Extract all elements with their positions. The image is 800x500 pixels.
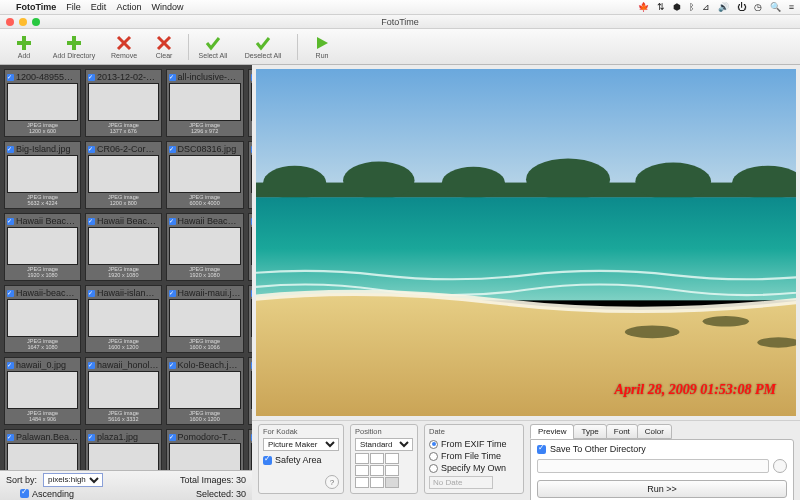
thumb-checkbox[interactable] <box>88 74 95 81</box>
thumbnail[interactable]: Kolo-Beach.j…JPEG image1600 x 1200 <box>166 357 244 425</box>
thumb-checkbox[interactable] <box>251 74 252 81</box>
thumb-filename: 2013-12-02-… <box>97 72 155 82</box>
arrows-icon[interactable]: ⇅ <box>657 2 665 12</box>
thumbnail[interactable]: Hawaii Beac…JPEG image1920 x 1080 <box>85 213 162 281</box>
clear-icon <box>156 35 172 51</box>
thumbnail[interactable]: Hawaii-beac…JPEG image1647 x 1080 <box>4 285 81 353</box>
position-label: Position <box>355 427 413 436</box>
thumbnail[interactable]: DSC08316.jpgJPEG image6000 x 4000 <box>166 141 244 209</box>
thumb-checkbox[interactable] <box>7 362 14 369</box>
close-window-button[interactable] <box>6 18 14 26</box>
thumb-checkbox[interactable] <box>7 74 14 81</box>
save-other-checkbox[interactable]: ✓ <box>537 445 546 454</box>
add-directory-button[interactable]: Add Directory <box>46 30 102 64</box>
shield-icon[interactable]: ⬢ <box>673 2 681 12</box>
add-button[interactable]: Add <box>6 30 42 64</box>
thumbnail[interactable]: all-inclusive-…JPEG image1296 x 972 <box>166 69 244 137</box>
svg-point-15 <box>526 158 610 200</box>
volume-icon[interactable]: 🔊 <box>718 2 729 12</box>
picture-maker-select[interactable]: Picture Maker <box>263 438 339 451</box>
thumb-checkbox[interactable] <box>169 146 176 153</box>
flag-icon[interactable]: 🍁 <box>638 2 649 12</box>
position-select[interactable]: Standard <box>355 438 413 451</box>
thumbnail[interactable]: 2013-12-02-…JPEG image1377 x 676 <box>85 69 162 137</box>
thumb-image <box>7 299 78 337</box>
thumb-checkbox[interactable] <box>88 434 95 441</box>
thumb-checkbox[interactable] <box>169 74 176 81</box>
run-batch-button[interactable]: Run >> <box>537 480 787 498</box>
select-all-button[interactable]: Select All <box>195 30 231 64</box>
thumb-checkbox[interactable] <box>7 290 14 297</box>
thumbnail[interactable]: Hawaii Beac…JPEG image1920 x 1080 <box>4 213 81 281</box>
thumb-checkbox[interactable] <box>169 290 176 297</box>
date-input[interactable]: No Date <box>429 476 493 489</box>
thumb-filename: Hawaii-beac… <box>16 288 75 298</box>
browse-button[interactable] <box>773 459 787 473</box>
specify-own-radio[interactable] <box>429 464 438 473</box>
thumbnail[interactable]: Hawaii-maui.j…JPEG image1600 x 1066 <box>166 285 244 353</box>
from-exif-radio[interactable] <box>429 440 438 449</box>
sort-select[interactable]: pixels:high <box>43 473 103 487</box>
minimize-window-button[interactable] <box>19 18 27 26</box>
menu-edit[interactable]: Edit <box>91 2 107 12</box>
thumbnail[interactable]: Hawaii-islan…JPEG image1600 x 1200 <box>85 285 162 353</box>
save-path-field[interactable] <box>537 459 769 473</box>
search-icon[interactable]: 🔍 <box>770 2 781 12</box>
thumb-checkbox[interactable] <box>88 146 95 153</box>
tab-type[interactable]: Type <box>573 424 606 439</box>
deselect-all-button[interactable]: Deselect All <box>235 30 291 64</box>
tab-font[interactable]: Font <box>606 424 638 439</box>
clock-icon[interactable]: ◷ <box>754 2 762 12</box>
thumb-checkbox[interactable] <box>169 218 176 225</box>
thumb-checkbox[interactable] <box>251 290 252 297</box>
zoom-window-button[interactable] <box>32 18 40 26</box>
thumb-checkbox[interactable] <box>88 362 95 369</box>
thumbnail[interactable]: hawaii_0.jpgJPEG image1484 x 906 <box>4 357 81 425</box>
menu-file[interactable]: File <box>66 2 81 12</box>
mac-menubar: FotoTime File Edit Action Window 🍁 ⇅ ⬢ ᛒ… <box>0 0 800 15</box>
menu-icon[interactable]: ≡ <box>789 2 794 12</box>
wifi-icon[interactable]: ⊿ <box>702 2 710 12</box>
clear-button[interactable]: Clear <box>146 30 182 64</box>
thumb-checkbox[interactable] <box>88 290 95 297</box>
thumbnail[interactable]: Palawan.Bea…JPEG image1920 x 1200 <box>4 429 81 470</box>
thumbnail[interactable]: plaza1.jpgJPEG image1000 x 608 <box>85 429 162 470</box>
svg-point-16 <box>635 163 711 201</box>
thumb-checkbox[interactable] <box>7 434 14 441</box>
help-button[interactable]: ? <box>325 475 339 489</box>
thumbnail[interactable]: 1200-48955…JPEG image1200 x 600 <box>4 69 81 137</box>
from-file-radio[interactable] <box>429 452 438 461</box>
thumb-filename: all-inclusive-… <box>178 72 237 82</box>
bluetooth-icon[interactable]: ᛒ <box>689 2 694 12</box>
remove-button[interactable]: Remove <box>106 30 142 64</box>
thumb-checkbox[interactable] <box>88 218 95 225</box>
thumb-meta: JPEG image1377 x 676 <box>88 122 159 134</box>
thumbnail[interactable]: Pomodoro-T…JPEG image2048 x 1398 <box>166 429 244 470</box>
position-grid[interactable] <box>355 453 413 488</box>
tab-preview[interactable]: Preview <box>530 424 574 439</box>
thumb-checkbox[interactable] <box>251 434 252 441</box>
svg-point-13 <box>343 162 415 200</box>
play-icon <box>314 35 330 51</box>
thumbnail[interactable]: hawaii_honol…JPEG image5616 x 3332 <box>85 357 162 425</box>
thumb-checkbox[interactable] <box>251 218 252 225</box>
tab-color[interactable]: Color <box>637 424 672 439</box>
thumb-checkbox[interactable] <box>169 362 176 369</box>
thumb-checkbox[interactable] <box>169 434 176 441</box>
thumb-meta: JPEG image1600 x 1200 <box>88 338 159 350</box>
thumbnail[interactable]: CR06-2-Cor…JPEG image1200 x 800 <box>85 141 162 209</box>
thumb-checkbox[interactable] <box>7 146 14 153</box>
thumbnail[interactable]: Big-Island.jpgJPEG image5632 x 4224 <box>4 141 81 209</box>
safety-area-checkbox[interactable] <box>263 456 272 465</box>
menu-action[interactable]: Action <box>116 2 141 12</box>
menu-window[interactable]: Window <box>151 2 183 12</box>
thumb-checkbox[interactable] <box>7 218 14 225</box>
thumb-checkbox[interactable] <box>251 146 252 153</box>
power-icon[interactable]: ⏻ <box>737 2 746 12</box>
app-menu[interactable]: FotoTime <box>16 2 56 12</box>
run-button[interactable]: Run <box>304 30 340 64</box>
thumb-checkbox[interactable] <box>251 362 252 369</box>
ascending-checkbox[interactable] <box>20 489 29 498</box>
thumbnail-scroll[interactable]: 1200-48955…JPEG image1200 x 6002013-12-0… <box>0 65 252 470</box>
thumbnail[interactable]: Hawaii Beac…JPEG image1920 x 1080 <box>166 213 244 281</box>
